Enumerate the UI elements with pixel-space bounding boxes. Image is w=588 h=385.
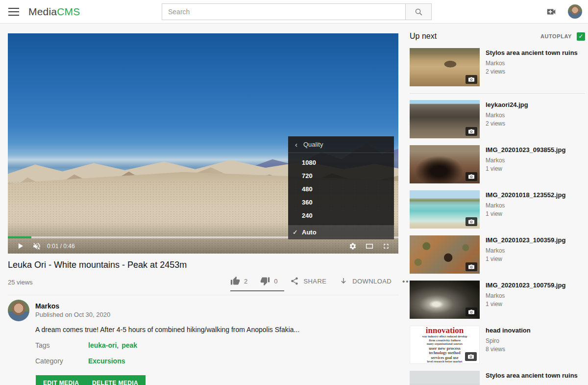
up-next-item-author[interactable]: Markos <box>486 157 565 164</box>
up-next-thumbnail[interactable] <box>410 371 480 385</box>
up-next-item[interactable]: Stylos area ancient town ruins <box>410 371 585 385</box>
up-next-header: Up next AUTOPLAY ✓ <box>410 30 585 42</box>
up-next-item-views: 1 view <box>486 165 565 172</box>
hamburger-menu-icon[interactable] <box>8 8 19 16</box>
video-player[interactable]: ‹ Quality 1080720480360240✓Auto 0:01 / 0… <box>8 33 398 254</box>
top-bar: MediaCMS <box>0 0 588 24</box>
mediacms-logo[interactable]: MediaCMS <box>28 6 80 18</box>
up-next-item-author[interactable]: Spiro <box>486 337 531 344</box>
check-icon: ✓ <box>293 229 298 236</box>
up-next-item-views: 8 views <box>486 346 531 353</box>
quality-option-1080[interactable]: 1080 <box>288 156 394 169</box>
up-next-thumbnail[interactable] <box>410 281 480 319</box>
check-icon: ✓ <box>578 33 583 40</box>
play-button[interactable] <box>12 238 28 254</box>
up-next-title: Up next <box>410 32 437 41</box>
dislike-count: 0 <box>274 278 277 285</box>
up-next-item-views: 1 view <box>486 210 565 217</box>
up-next-item-title[interactable]: IMG_20201023_093855.jpg <box>486 146 565 154</box>
settings-button[interactable] <box>344 238 361 254</box>
theater-mode-icon <box>365 242 374 251</box>
up-next-item-title[interactable]: leykaori24.jpg <box>486 101 528 109</box>
up-next-divider <box>410 93 585 94</box>
up-next-item[interactable]: innovationway industry effect reduced de… <box>410 326 585 364</box>
photo-badge-icon <box>466 127 477 136</box>
up-next-item[interactable]: Stylos area ancient town ruins Markos 2 … <box>410 48 585 86</box>
user-avatar[interactable] <box>568 4 582 19</box>
up-next-info: IMG_20201023_100759.jpg Markos 1 view <box>480 281 565 319</box>
up-next-item[interactable]: IMG_20201023_100759.jpg Markos 1 view <box>410 281 585 319</box>
up-next-thumbnail[interactable] <box>410 100 480 138</box>
search-bar <box>162 3 432 20</box>
logo-text-green: CMS <box>57 6 80 17</box>
delete-media-button[interactable]: DELETE MEDIA <box>85 375 146 385</box>
up-next-thumbnail[interactable] <box>410 235 480 274</box>
volume-muted-icon <box>32 242 41 251</box>
mediacms-page: MediaCMS ‹ <box>0 0 588 385</box>
up-next-thumbnail[interactable] <box>410 48 480 86</box>
quality-menu-title: Quality <box>303 141 323 148</box>
photo-badge-icon <box>465 352 477 361</box>
up-next-sidebar: Up next AUTOPLAY ✓ Stylos area ancient t… <box>410 30 585 385</box>
up-next-item[interactable]: IMG_20201018_123552.jpg Markos 1 view <box>410 190 585 229</box>
fullscreen-button[interactable] <box>378 238 394 254</box>
mute-button[interactable] <box>28 238 45 254</box>
author-avatar[interactable] <box>8 300 29 321</box>
up-next-item-title[interactable]: IMG_20201018_123552.jpg <box>486 191 565 199</box>
tags-label: Tags <box>35 341 50 349</box>
up-next-info: Stylos area ancient town ruins Markos 2 … <box>480 48 578 86</box>
theater-mode-button[interactable] <box>361 238 378 254</box>
quality-option-720[interactable]: 720 <box>288 169 394 182</box>
quality-option-480[interactable]: 480 <box>288 182 394 196</box>
quality-option-auto[interactable]: ✓Auto <box>288 225 394 239</box>
up-next-info: IMG_20201023_100359.jpg Markos 1 view <box>480 235 565 274</box>
up-next-item-author[interactable]: Markos <box>486 292 565 299</box>
tags-values: leuka-ori,peak <box>88 341 137 349</box>
up-next-item-author[interactable]: Markos <box>486 247 565 254</box>
download-label: DOWNLOAD <box>352 278 392 285</box>
media-title: Leuka Ori - White mountains - Peak at 24… <box>8 260 312 270</box>
dislike-button[interactable]: 0 <box>260 276 277 286</box>
author-name[interactable]: Markos <box>35 302 59 310</box>
search-input[interactable] <box>162 3 405 20</box>
like-button[interactable]: 2 <box>230 276 247 286</box>
upload-media-button[interactable] <box>545 6 557 17</box>
quality-option-240[interactable]: 240 <box>288 209 394 222</box>
thumb-up-icon <box>230 276 240 286</box>
like-section-underline <box>230 290 284 291</box>
category-link[interactable]: Excursions <box>88 357 125 365</box>
up-next-item-author[interactable]: Markos <box>486 112 528 119</box>
up-next-item-title[interactable]: Stylos area ancient town ruins <box>486 49 578 57</box>
share-icon <box>290 277 299 285</box>
up-next-thumbnail[interactable] <box>410 190 480 229</box>
up-next-item-title[interactable]: IMG_20201023_100759.jpg <box>486 282 565 289</box>
up-next-item[interactable]: IMG_20201023_100359.jpg Markos 1 view <box>410 235 585 274</box>
up-next-item-title[interactable]: Stylos area ancient town ruins <box>486 372 578 380</box>
download-button[interactable]: DOWNLOAD <box>339 277 392 285</box>
search-button[interactable] <box>405 3 432 20</box>
up-next-thumbnail[interactable]: innovationway industry effect reduced de… <box>410 326 480 364</box>
up-next-item-title[interactable]: head inovation <box>486 327 531 334</box>
up-next-item-views: 1 view <box>486 301 565 308</box>
tag-link-peak[interactable]: peak <box>122 341 137 349</box>
quality-option-360[interactable]: 360 <box>288 196 394 209</box>
quality-menu-back[interactable]: ‹ Quality <box>288 136 394 153</box>
up-next-thumbnail[interactable] <box>410 145 480 183</box>
photo-badge-icon <box>466 262 477 271</box>
up-next-item-views: 2 views <box>486 120 528 127</box>
edit-media-button[interactable]: EDIT MEDIA <box>36 375 86 385</box>
up-next-item-title[interactable]: IMG_20201023_100359.jpg <box>486 236 565 244</box>
up-next-item-author[interactable]: Markos <box>486 202 565 209</box>
player-controls-right <box>344 238 398 254</box>
up-next-item-views: 2 views <box>486 68 578 75</box>
autoplay-checkbox[interactable]: ✓ <box>577 32 585 41</box>
photo-badge-icon <box>466 217 477 226</box>
player-controls: 0:01 / 0:46 <box>8 238 398 254</box>
quality-options: 1080720480360240✓Auto <box>288 156 394 239</box>
up-next-item-author[interactable]: Markos <box>486 60 578 67</box>
share-button[interactable]: SHARE <box>290 277 326 285</box>
tag-link-leuka-ori[interactable]: leuka-ori <box>88 341 117 349</box>
photo-badge-icon <box>466 172 477 181</box>
up-next-item[interactable]: leykaori24.jpg Markos 2 views <box>410 100 585 138</box>
up-next-item[interactable]: IMG_20201023_093855.jpg Markos 1 view <box>410 145 585 183</box>
